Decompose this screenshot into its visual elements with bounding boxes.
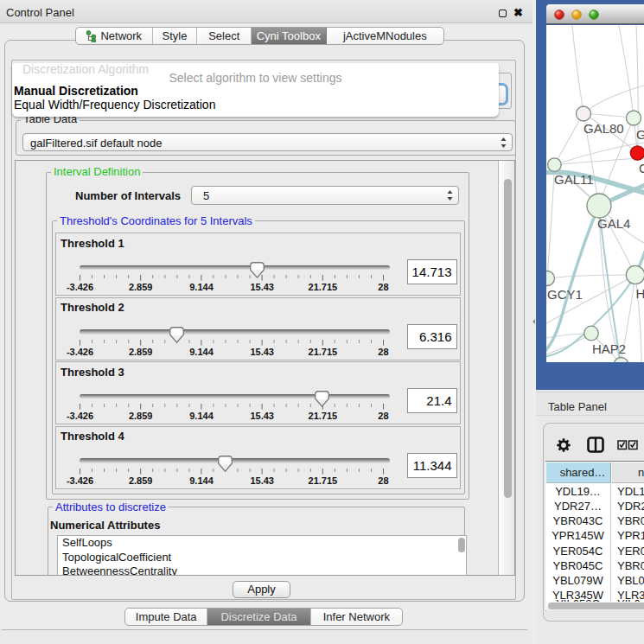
svg-text:HAP2: HAP2 bbox=[592, 341, 626, 356]
svg-text:GCY1: GCY1 bbox=[547, 287, 583, 302]
svg-text:GAL11: GAL11 bbox=[554, 172, 594, 187]
svg-text:G.: G. bbox=[636, 127, 644, 142]
svg-text:H: H bbox=[636, 286, 644, 301]
svg-text:C: C bbox=[639, 161, 644, 175]
svg-text:GAL80: GAL80 bbox=[583, 121, 624, 136]
svg-text:GAL4: GAL4 bbox=[597, 216, 630, 231]
